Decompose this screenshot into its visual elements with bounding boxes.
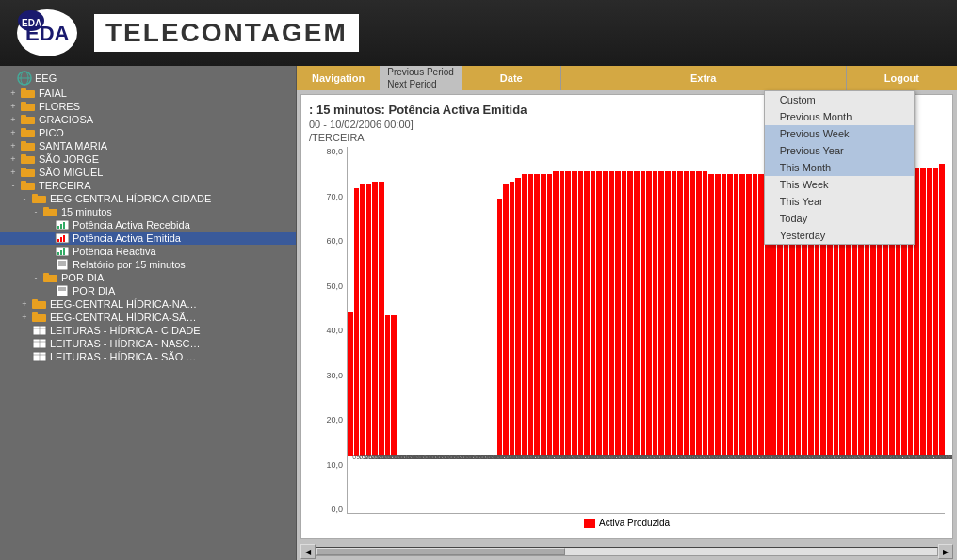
spacer xyxy=(19,338,30,349)
sidebar-item-por-dia[interactable]: POR DIA xyxy=(0,284,296,297)
y-axis-label: 40,0 xyxy=(326,326,343,335)
expander-icon: + xyxy=(8,101,19,112)
scroll-left-button[interactable]: ◀ xyxy=(300,544,316,559)
chart-bar xyxy=(534,174,540,456)
dropdown-this-week[interactable]: This Week xyxy=(765,176,914,193)
data-icon xyxy=(55,246,70,257)
svg-rect-17 xyxy=(21,156,35,164)
extra-header[interactable]: Extra xyxy=(561,66,847,90)
chart-bar xyxy=(547,174,553,456)
nav-bar: Navigation Previous Period Next Period D… xyxy=(297,66,957,90)
chart-bar xyxy=(497,199,503,456)
svg-rect-39 xyxy=(57,259,68,270)
svg-rect-32 xyxy=(57,239,59,242)
svg-rect-28 xyxy=(57,226,59,229)
sidebar-item-potencia-reactiva[interactable]: Potência Reactiva xyxy=(0,245,296,258)
scrollbar-thumb[interactable] xyxy=(316,548,565,555)
svg-rect-29 xyxy=(60,224,62,229)
y-axis: 80,070,060,050,040,030,020,010,00,0 xyxy=(309,147,347,514)
sidebar-item-sao-miguel[interactable]: + SÃO MIGUEL xyxy=(0,166,296,179)
svg-rect-38 xyxy=(63,248,65,255)
sidebar-item-terceira[interactable]: - TERCEIRA xyxy=(0,179,296,192)
scrollbar-track[interactable] xyxy=(316,547,938,556)
svg-rect-43 xyxy=(43,275,57,282)
chart-bar xyxy=(553,171,559,456)
x-axis-label: 09/02/2006 47:30 xyxy=(942,454,953,460)
dropdown-this-year[interactable]: This Year xyxy=(765,193,914,210)
sidebar-item-pico[interactable]: + PICO xyxy=(0,126,296,139)
chart-bar xyxy=(560,171,565,456)
chart-bar xyxy=(634,171,640,456)
svg-rect-16 xyxy=(21,141,26,144)
sidebar-item-por-dia-folder[interactable]: - POR DIA xyxy=(0,271,296,284)
sidebar-item-leituras-cidade[interactable]: LEITURAS - HÍDRICA - CIDADE xyxy=(0,324,296,337)
spacer xyxy=(19,325,30,336)
svg-rect-34 xyxy=(63,235,65,242)
chart-bar xyxy=(722,174,727,456)
dropdown-prev-month[interactable]: Previous Month xyxy=(765,108,914,125)
table-icon xyxy=(32,325,47,336)
scroll-right-button[interactable]: ▶ xyxy=(938,544,953,559)
chart-bar xyxy=(665,171,671,456)
svg-rect-20 xyxy=(21,168,26,170)
folder-icon xyxy=(32,193,47,204)
content-area: Navigation Previous Period Next Period D… xyxy=(297,66,957,560)
previous-period-btn[interactable]: Previous Period xyxy=(380,66,462,78)
sidebar-item-central-cidade[interactable]: - EEG-CENTRAL HÍDRICA-CIDADE xyxy=(0,192,296,205)
dropdown-yesterday[interactable]: Yesterday xyxy=(765,227,914,244)
chart-bar xyxy=(603,171,608,456)
chart-bar xyxy=(354,188,360,456)
legend-label: Activa Produzida xyxy=(599,518,670,528)
sidebar-item-graciosa[interactable]: + GRACIOSA xyxy=(0,113,296,126)
svg-text:EDA: EDA xyxy=(22,18,41,28)
dropdown-prev-year[interactable]: Previous Year xyxy=(765,142,914,159)
svg-rect-14 xyxy=(21,128,26,131)
chart-legend: Activa Produzida xyxy=(309,518,945,528)
sidebar-item-eeg[interactable]: EEG xyxy=(0,70,296,87)
sidebar-item-santa-maria[interactable]: + SANTA MARIA xyxy=(0,139,296,152)
logout-header[interactable]: Logout xyxy=(847,66,957,90)
spacer xyxy=(41,219,53,231)
chart-bar xyxy=(715,174,721,456)
sidebar-item-nasce-agua[interactable]: + EEG-CENTRAL HÍDRICA-NASCE DE AGUA xyxy=(0,297,296,311)
chart-bar xyxy=(703,171,708,456)
y-axis-label: 60,0 xyxy=(326,236,343,246)
legend-color-box xyxy=(584,519,595,528)
expander-icon: + xyxy=(8,140,19,152)
chart-bar xyxy=(939,164,945,456)
chart-bar xyxy=(379,182,384,456)
svg-rect-37 xyxy=(60,250,62,255)
dropdown-this-month[interactable]: This Month xyxy=(765,159,914,176)
sidebar-item-flores[interactable]: + FLORES xyxy=(0,100,296,113)
chart-bar xyxy=(578,171,584,456)
sidebar-item-sao-joao[interactable]: + EEG-CENTRAL HÍDRICA-SÃO JOÃO DE D xyxy=(0,311,296,324)
sidebar-label-eeg: EEG xyxy=(35,72,57,84)
sidebar-item-leituras-sao-joao[interactable]: LEITURAS - HÍDRICA - SÃO JOÃO DE DE xyxy=(0,350,296,363)
chart-bar xyxy=(622,171,627,456)
expander-icon: + xyxy=(8,167,19,178)
sidebar-item-relatorio[interactable]: Relatório por 15 minutos xyxy=(0,258,296,271)
svg-rect-23 xyxy=(32,196,46,203)
next-period-btn[interactable]: Next Period xyxy=(380,78,462,90)
sidebar-item-sao-jorge[interactable]: + SÃO JORGE xyxy=(0,152,296,166)
sidebar-item-faial[interactable]: + FAIAL xyxy=(0,87,296,100)
svg-rect-36 xyxy=(57,252,59,255)
spacer xyxy=(41,232,53,244)
folder-icon xyxy=(21,180,36,191)
svg-rect-8 xyxy=(21,88,26,91)
sidebar-item-potencia-emitida[interactable]: Potência Activa Emitida xyxy=(0,232,296,245)
chart-bar xyxy=(653,171,658,456)
sidebar-item-15min[interactable]: - 15 minutos xyxy=(0,205,296,218)
dropdown-today[interactable]: Today xyxy=(765,210,914,227)
svg-rect-48 xyxy=(32,301,46,309)
sidebar-item-potencia-recebida[interactable]: Potência Activa Recebida xyxy=(0,218,296,232)
svg-rect-18 xyxy=(21,154,26,157)
sidebar-item-leituras-nasce[interactable]: LEITURAS - HÍDRICA - NASCE DE AGUA xyxy=(0,337,296,350)
y-axis-label: 80,0 xyxy=(326,147,343,156)
date-header[interactable]: Date xyxy=(462,66,560,90)
svg-rect-13 xyxy=(21,130,35,137)
dropdown-prev-week[interactable]: Previous Week xyxy=(765,125,914,142)
folder-icon xyxy=(21,114,36,125)
chart-bar xyxy=(515,178,521,456)
dropdown-custom[interactable]: Custom xyxy=(765,91,914,108)
